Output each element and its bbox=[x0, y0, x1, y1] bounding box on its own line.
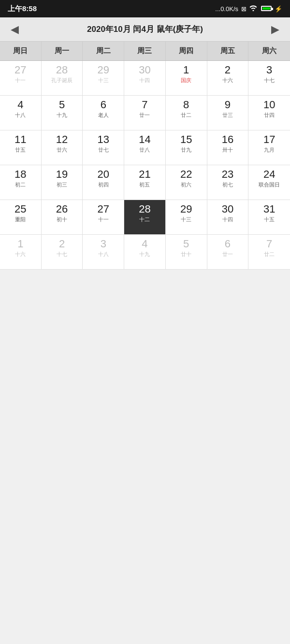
day-subtitle: 廿四 bbox=[264, 112, 275, 118]
day-subtitle: 初七 bbox=[222, 182, 233, 188]
calendar-day-cell[interactable]: 12廿六 bbox=[42, 130, 83, 165]
day-number: 18 bbox=[14, 168, 26, 181]
day-number: 7 bbox=[142, 99, 147, 111]
day-subtitle: 十三 bbox=[98, 77, 109, 84]
lower-area bbox=[0, 270, 290, 569]
day-number: 27 bbox=[14, 64, 26, 76]
dow-row: 周日周一周二周三周四周五周六 bbox=[0, 42, 290, 61]
calendar-day-cell[interactable]: 22初六 bbox=[166, 165, 207, 200]
calendar-day-cell[interactable]: 6廿一 bbox=[207, 235, 249, 270]
day-number: 31 bbox=[263, 203, 275, 215]
day-subtitle: 十二 bbox=[139, 216, 150, 223]
day-subtitle: 十五 bbox=[264, 216, 275, 223]
day-number: 26 bbox=[56, 203, 68, 215]
day-subtitle: 九月 bbox=[264, 147, 275, 153]
day-subtitle: 初六 bbox=[181, 182, 191, 188]
calendar-day-cell[interactable]: 25重阳 bbox=[0, 200, 42, 235]
prev-month-button[interactable]: ◀ bbox=[6, 21, 24, 38]
calendar-day-cell[interactable]: 3十八 bbox=[83, 235, 124, 270]
calendar-day-cell[interactable]: 14廿八 bbox=[124, 130, 166, 165]
day-number: 17 bbox=[263, 133, 275, 146]
day-number: 5 bbox=[59, 99, 65, 111]
calendar-day-cell[interactable]: 29十三 bbox=[83, 61, 124, 96]
day-number: 4 bbox=[142, 238, 147, 250]
battery-wrapper bbox=[260, 5, 272, 13]
day-subtitle: 十九 bbox=[57, 112, 67, 118]
calendar-day-cell[interactable]: 5十九 bbox=[42, 96, 83, 130]
day-number: 27 bbox=[98, 203, 109, 215]
calendar-day-cell[interactable]: 10廿四 bbox=[248, 96, 290, 130]
calendar-day-cell[interactable]: 27十一 bbox=[83, 200, 124, 235]
day-subtitle: 初三 bbox=[57, 182, 67, 188]
day-subtitle: 国庆 bbox=[181, 77, 191, 84]
day-number: 16 bbox=[222, 133, 233, 146]
day-subtitle: 十一 bbox=[98, 216, 109, 223]
day-subtitle: 十一 bbox=[15, 77, 26, 84]
calendar-day-cell[interactable]: 28孔子诞辰 bbox=[42, 61, 83, 96]
sim-icon: ⊠ bbox=[241, 5, 246, 13]
calendar-day-cell[interactable]: 9廿三 bbox=[207, 96, 249, 130]
calendar-day-cell[interactable]: 28十二 bbox=[124, 200, 166, 235]
calendar-day-cell[interactable]: 4十八 bbox=[0, 96, 42, 130]
calendar-day-cell[interactable]: 8廿二 bbox=[166, 96, 207, 130]
day-subtitle: 十七 bbox=[57, 251, 67, 258]
calendar-day-cell[interactable]: 1十六 bbox=[0, 235, 42, 270]
calendar-day-cell[interactable]: 23初七 bbox=[207, 165, 249, 200]
calendar-day-cell[interactable]: 15廿九 bbox=[166, 130, 207, 165]
calendar-day-cell[interactable]: 5廿十 bbox=[166, 235, 207, 270]
calendar-day-cell[interactable]: 2十六 bbox=[207, 61, 249, 96]
day-number: 3 bbox=[101, 238, 106, 250]
status-bar: 上午8:58 ...0.0K/s ⊠ ⚡ bbox=[0, 0, 290, 17]
calendar-title: 2020年10月 闰4月 鼠年(庚子年) bbox=[87, 24, 203, 35]
day-subtitle: 十三 bbox=[181, 216, 191, 223]
calendar-day-cell[interactable]: 13廿七 bbox=[83, 130, 124, 165]
next-month-button[interactable]: ▶ bbox=[266, 21, 284, 38]
day-subtitle: 初四 bbox=[98, 182, 109, 188]
calendar-day-cell[interactable]: 31十五 bbox=[248, 200, 290, 235]
calendar-day-cell[interactable]: 7廿一 bbox=[124, 96, 166, 130]
day-subtitle: 廿二 bbox=[264, 251, 275, 258]
calendar-day-cell[interactable]: 26初十 bbox=[42, 200, 83, 235]
battery-icon bbox=[261, 6, 272, 11]
calendar-day-cell[interactable]: 16卅十 bbox=[207, 130, 249, 165]
calendar-day-cell[interactable]: 4十九 bbox=[124, 235, 166, 270]
calendar-day-cell[interactable]: 21初五 bbox=[124, 165, 166, 200]
calendar-day-cell[interactable]: 20初四 bbox=[83, 165, 124, 200]
day-subtitle: 十八 bbox=[98, 251, 109, 258]
day-number: 23 bbox=[222, 168, 233, 181]
calendar-day-cell[interactable]: 30十四 bbox=[207, 200, 249, 235]
calendar-day-cell[interactable]: 2十七 bbox=[42, 235, 83, 270]
calendar-day-cell[interactable]: 7廿二 bbox=[248, 235, 290, 270]
status-time: 上午8:58 bbox=[8, 4, 37, 14]
calendar-day-cell[interactable]: 3十七 bbox=[248, 61, 290, 96]
day-number: 29 bbox=[98, 64, 109, 76]
dow-cell: 周四 bbox=[166, 42, 207, 60]
day-subtitle: 廿七 bbox=[98, 147, 109, 153]
wifi-icon bbox=[249, 5, 257, 13]
calendar-day-cell[interactable]: 19初三 bbox=[42, 165, 83, 200]
calendar-day-cell[interactable]: 17九月 bbox=[248, 130, 290, 165]
network-speed: ...0.0K/s bbox=[215, 5, 238, 13]
day-number: 30 bbox=[222, 203, 233, 215]
day-number: 29 bbox=[180, 203, 192, 215]
day-number: 8 bbox=[183, 99, 189, 111]
day-number: 14 bbox=[139, 133, 150, 146]
day-subtitle: 卅十 bbox=[222, 147, 233, 153]
day-subtitle: 廿九 bbox=[181, 147, 191, 153]
calendar-day-cell[interactable]: 18初二 bbox=[0, 165, 42, 200]
day-number: 2 bbox=[225, 64, 231, 76]
day-number: 24 bbox=[263, 168, 275, 181]
calendar-day-cell[interactable]: 24联合国日 bbox=[248, 165, 290, 200]
calendar-day-cell[interactable]: 6老人 bbox=[83, 96, 124, 130]
day-subtitle: 十六 bbox=[15, 251, 26, 258]
day-number: 28 bbox=[56, 64, 68, 76]
charging-icon: ⚡ bbox=[275, 5, 282, 13]
calendar-day-cell[interactable]: 30十四 bbox=[124, 61, 166, 96]
calendar-day-cell[interactable]: 29十三 bbox=[166, 200, 207, 235]
calendar-day-cell[interactable]: 11廿五 bbox=[0, 130, 42, 165]
calendar-day-cell[interactable]: 27十一 bbox=[0, 61, 42, 96]
calendar-day-cell[interactable]: 1国庆 bbox=[166, 61, 207, 96]
dow-cell: 周日 bbox=[0, 42, 42, 60]
day-subtitle: 十四 bbox=[222, 216, 233, 223]
day-subtitle: 廿一 bbox=[139, 112, 150, 118]
